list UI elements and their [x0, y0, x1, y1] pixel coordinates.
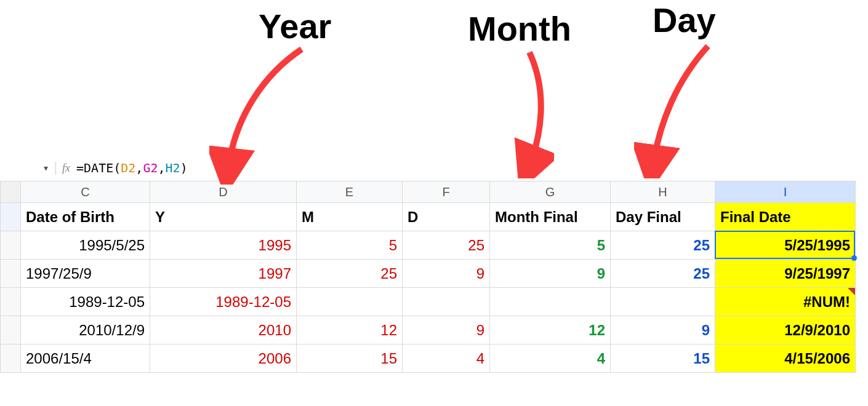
row-gutter[interactable] [0, 288, 21, 316]
formula-eq: = [76, 161, 84, 175]
cell-m[interactable]: 15 [297, 344, 403, 373]
row-gutter[interactable] [0, 203, 21, 231]
formula-text[interactable]: =DATE(D2,G2,H2) [76, 161, 188, 175]
cell-day-final[interactable]: 9 [611, 316, 715, 344]
formula-arg2: G2 [143, 161, 158, 175]
formula-comma2: , [158, 161, 166, 175]
header-final-date[interactable]: Final Date [715, 203, 856, 231]
row-gutter[interactable] [0, 344, 21, 373]
annotation-year: Year [259, 6, 331, 46]
cell-m[interactable]: 5 [297, 231, 403, 260]
cell-y[interactable]: 1995 [150, 231, 297, 260]
formula-bar[interactable]: ▾ fx =DATE(D2,G2,H2) [18, 157, 856, 178]
cell-month-final[interactable]: 12 [490, 316, 611, 344]
cell-day-final[interactable]: 15 [611, 344, 715, 373]
formula-comma1: , [135, 161, 143, 175]
table-row: 1989-12-051989-12-05#NUM! [0, 288, 868, 316]
cell-d[interactable]: 9 [403, 260, 490, 288]
col-header-e[interactable]: E [297, 181, 403, 203]
cell-y[interactable]: 2006 [150, 344, 297, 373]
cell-month-final[interactable]: 4 [490, 344, 611, 373]
cell-d[interactable]: 25 [403, 231, 490, 260]
cell-d[interactable] [403, 288, 490, 316]
formula-arg3: H2 [166, 161, 180, 175]
cell-date-of-birth[interactable]: 1995/5/25 [21, 231, 150, 260]
table-row: 1997/25/919972599259/25/1997 [0, 260, 868, 288]
spreadsheet-grid[interactable]: C D E F G H I Date of Birth Y M D Month … [0, 181, 868, 373]
fx-label: fx [55, 162, 76, 175]
select-all-corner[interactable] [0, 181, 21, 203]
header-d[interactable]: D [403, 203, 490, 231]
cell-y[interactable]: 2010 [150, 316, 297, 344]
cell-date-of-birth[interactable]: 1997/25/9 [21, 260, 150, 288]
cell-date-of-birth[interactable]: 1989-12-05 [21, 288, 150, 316]
cell-m[interactable]: 12 [297, 316, 403, 344]
cell-month-final[interactable] [490, 288, 611, 316]
cell-date-of-birth[interactable]: 2010/12/9 [21, 316, 150, 344]
header-month-final[interactable]: Month Final [490, 203, 611, 231]
name-box-dropdown-icon[interactable]: ▾ [18, 163, 55, 173]
row-gutter[interactable] [0, 231, 21, 260]
cell-y[interactable]: 1997 [150, 260, 297, 288]
cell-final-date[interactable]: 4/15/2006 [715, 344, 856, 373]
formula-close: ) [180, 161, 188, 175]
cell-d[interactable]: 4 [403, 344, 490, 373]
cell-day-final[interactable]: 25 [611, 260, 715, 288]
cell-final-date[interactable]: 5/25/1995 [715, 231, 856, 260]
cell-month-final[interactable]: 9 [490, 260, 611, 288]
annotation-layer: Year Month Day [0, 0, 868, 178]
row-gutter[interactable] [0, 316, 21, 344]
cell-day-final[interactable] [611, 288, 715, 316]
cell-y[interactable]: 1989-12-05 [150, 288, 297, 316]
annotation-day: Day [653, 0, 716, 40]
column-header-row: C D E F G H I [0, 181, 868, 203]
formula-open: ( [113, 161, 121, 175]
cell-final-date[interactable]: #NUM! [715, 288, 856, 316]
table-header-row: Date of Birth Y M D Month Final Day Fina… [0, 203, 868, 231]
col-header-d[interactable]: D [150, 181, 297, 203]
formula-fn: DATE [84, 161, 113, 175]
cell-final-date[interactable]: 9/25/1997 [715, 260, 856, 288]
header-m[interactable]: M [297, 203, 403, 231]
header-date-of-birth[interactable]: Date of Birth [21, 203, 150, 231]
header-y[interactable]: Y [150, 203, 297, 231]
cell-month-final[interactable]: 5 [490, 231, 611, 260]
cell-day-final[interactable]: 25 [611, 231, 715, 260]
col-header-h[interactable]: H [611, 181, 715, 203]
table-row: 1995/5/2519955255255/25/1995 [0, 231, 868, 260]
table-row: 2010/12/9201012912912/9/2010 [0, 316, 868, 344]
formula-arg1: D2 [121, 161, 135, 175]
cell-m[interactable] [297, 288, 403, 316]
cell-m[interactable]: 25 [297, 260, 403, 288]
table-row: 2006/15/420061544154/15/2006 [0, 344, 868, 373]
col-header-i[interactable]: I [715, 181, 856, 203]
cell-date-of-birth[interactable]: 2006/15/4 [21, 344, 150, 373]
row-gutter[interactable] [0, 260, 21, 288]
cell-final-date[interactable]: 12/9/2010 [715, 316, 856, 344]
cell-d[interactable]: 9 [403, 316, 490, 344]
col-header-c[interactable]: C [21, 181, 150, 203]
annotation-month: Month [468, 9, 571, 49]
col-header-g[interactable]: G [490, 181, 611, 203]
header-day-final[interactable]: Day Final [611, 203, 715, 231]
col-header-f[interactable]: F [403, 181, 490, 203]
